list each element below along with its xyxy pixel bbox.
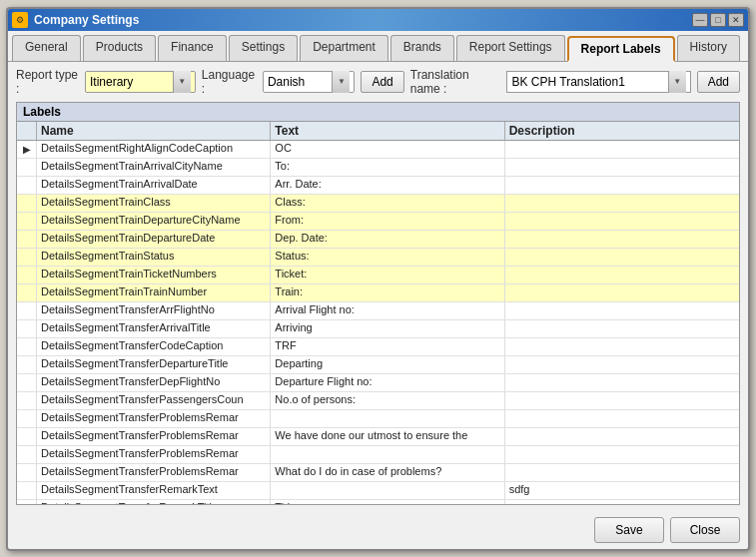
add-button-1[interactable]: Add: [361, 71, 403, 93]
row-text: [271, 482, 504, 499]
table-container: Name Text Description ▶ DetailsSegmentRi…: [17, 122, 739, 504]
window-icon: ⚙: [12, 12, 28, 28]
row-indicator: [17, 446, 37, 463]
row-text: Departure Flight no:: [271, 374, 504, 391]
labels-header: Labels: [17, 103, 739, 122]
row-description: [505, 320, 739, 337]
row-indicator: [17, 249, 37, 266]
add-button-2[interactable]: Add: [697, 71, 740, 93]
maximize-button[interactable]: □: [710, 13, 726, 27]
table-row[interactable]: DetailsSegmentTransferProblemsRemar What…: [17, 464, 739, 482]
row-text: Arrival Flight no:: [271, 302, 504, 319]
row-description: [505, 213, 739, 230]
table-row[interactable]: DetailsSegmentTransferDepFlightNo Depart…: [17, 374, 739, 392]
table-row[interactable]: DetailsSegmentTrainTicketNumbers Ticket:: [17, 267, 739, 284]
row-name: DetailsSegmentTrainDepartureDate: [37, 231, 271, 248]
tab-brands[interactable]: Brands: [390, 35, 454, 61]
tab-general[interactable]: General: [12, 35, 81, 61]
row-indicator: [17, 356, 37, 373]
table-row[interactable]: DetailsSegmentTransferProblemsRemar: [17, 410, 739, 428]
row-indicator: [17, 195, 37, 212]
minimize-button[interactable]: —: [692, 13, 708, 27]
table-row[interactable]: DetailsSegmentTrainDepartureCityName Fro…: [17, 213, 739, 231]
row-text: Tid:: [271, 500, 504, 504]
report-type-arrow[interactable]: ▼: [173, 71, 191, 93]
row-description: [505, 356, 739, 373]
table-row[interactable]: DetailsSegmentTransferProblemsRemar We h…: [17, 428, 739, 446]
row-name: DetailsSegmentTransferDepartureTitle: [37, 356, 271, 373]
save-button[interactable]: Save: [594, 517, 664, 543]
table-row[interactable]: DetailsSegmentTransferRemarkTitle Tid:: [17, 500, 739, 504]
translation-name-arrow[interactable]: ▼: [668, 71, 686, 93]
table-row[interactable]: ▶ DetailsSegmentRightAlignCodeCaption OC: [17, 141, 739, 159]
tab-report-labels[interactable]: Report Labels: [567, 36, 675, 62]
row-text: Status:: [271, 249, 504, 266]
row-indicator: [17, 464, 37, 481]
row-name: DetailsSegmentTransferProblemsRemar: [37, 446, 271, 463]
table-row[interactable]: DetailsSegmentTrainClass Class:: [17, 195, 739, 213]
row-description: [505, 446, 739, 463]
row-name: DetailsSegmentTransferRemarkText: [37, 482, 271, 499]
row-text: Train:: [271, 284, 504, 301]
row-name: DetailsSegmentTrainArrivalDate: [37, 177, 271, 194]
table-row[interactable]: DetailsSegmentTrainStatus Status:: [17, 249, 739, 267]
table-head: Name Text Description: [17, 122, 739, 141]
table-row[interactable]: DetailsSegmentTransferDepartureTitle Dep…: [17, 356, 739, 374]
table-body[interactable]: ▶ DetailsSegmentRightAlignCodeCaption OC…: [17, 141, 739, 504]
tab-report-settings[interactable]: Report Settings: [456, 35, 565, 61]
row-description: [505, 284, 739, 301]
table-row[interactable]: DetailsSegmentTrainArrivalCityName To:: [17, 159, 739, 177]
row-description: [505, 231, 739, 248]
row-name: DetailsSegmentTrainTrainNumber: [37, 284, 271, 301]
row-indicator: [17, 302, 37, 319]
th-sort: [17, 122, 37, 140]
th-name[interactable]: Name: [37, 122, 271, 140]
title-bar-buttons: — □ ✕: [692, 13, 744, 27]
row-indicator: [17, 213, 37, 230]
tab-products[interactable]: Products: [83, 35, 156, 61]
report-type-combo[interactable]: Itinerary ▼: [85, 71, 196, 93]
toolbar-row: Report type : Itinerary ▼ Language : Dan…: [16, 68, 740, 96]
row-name: DetailsSegmentTransferArrivalTitle: [37, 320, 271, 337]
row-indicator: [17, 159, 37, 176]
table-row[interactable]: DetailsSegmentTransferProblemsRemar: [17, 446, 739, 464]
table-row[interactable]: DetailsSegmentTrainTrainNumber Train:: [17, 284, 739, 302]
th-text[interactable]: Text: [271, 122, 504, 140]
row-name: DetailsSegmentTrainClass: [37, 195, 271, 212]
row-description: [505, 338, 739, 355]
row-name: DetailsSegmentTrainStatus: [37, 249, 271, 266]
tab-finance[interactable]: Finance: [158, 35, 227, 61]
row-indicator: [17, 231, 37, 248]
row-description: [505, 302, 739, 319]
row-description: [505, 141, 739, 158]
translation-name-combo[interactable]: BK CPH Translation1 ▼: [506, 71, 690, 93]
language-combo[interactable]: Danish ▼: [263, 71, 356, 93]
language-arrow[interactable]: ▼: [332, 71, 350, 93]
row-indicator: [17, 320, 37, 337]
row-name: DetailsSegmentTrainArrivalCityName: [37, 159, 271, 176]
table-row[interactable]: DetailsSegmentTransferArrivalTitle Arriv…: [17, 320, 739, 338]
row-text: Class:: [271, 195, 504, 212]
row-text: What do I do in case of problems?: [271, 464, 504, 481]
language-label: Language :: [202, 68, 257, 96]
translation-name-label: Translation name :: [410, 68, 501, 96]
th-description[interactable]: Description: [505, 122, 739, 140]
row-indicator: ▶: [17, 141, 37, 158]
tab-history[interactable]: History: [677, 35, 740, 61]
table-row[interactable]: DetailsSegmentTransferCodeCaption TRF: [17, 338, 739, 356]
tab-department[interactable]: Department: [300, 35, 388, 61]
tab-settings[interactable]: Settings: [229, 35, 298, 61]
row-indicator: [17, 410, 37, 427]
row-name: DetailsSegmentTransferProblemsRemar: [37, 464, 271, 481]
table-row[interactable]: DetailsSegmentTrainArrivalDate Arr. Date…: [17, 177, 739, 195]
table-row[interactable]: DetailsSegmentTrainDepartureDate Dep. Da…: [17, 231, 739, 249]
tab-bar: General Products Finance Settings Depart…: [8, 31, 748, 62]
close-button[interactable]: Close: [670, 517, 740, 543]
table-row[interactable]: DetailsSegmentTransferPassengersCoun No.…: [17, 392, 739, 410]
row-name: DetailsSegmentTransferPassengersCoun: [37, 392, 271, 409]
row-name: DetailsSegmentTransferDepFlightNo: [37, 374, 271, 391]
table-row[interactable]: DetailsSegmentTransferRemarkText sdfg: [17, 482, 739, 500]
close-window-button[interactable]: ✕: [728, 13, 744, 27]
table-row[interactable]: DetailsSegmentTransferArrFlightNo Arriva…: [17, 302, 739, 320]
footer: Save Close: [8, 511, 748, 549]
